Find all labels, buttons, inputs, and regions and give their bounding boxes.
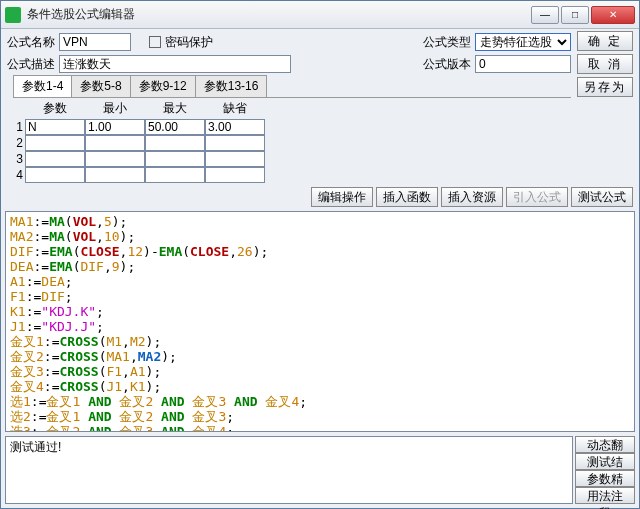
param-def-input[interactable] — [205, 119, 265, 135]
param-def-input[interactable] — [205, 167, 265, 183]
password-checkbox[interactable] — [149, 36, 161, 48]
test-result-button[interactable]: 测试结果 — [575, 453, 635, 470]
maximize-button[interactable]: □ — [561, 6, 589, 24]
param-max-input[interactable] — [145, 167, 205, 183]
param-name-input[interactable] — [25, 119, 85, 135]
label-name: 公式名称 — [7, 34, 55, 51]
param-row: 3 — [13, 151, 265, 167]
minimize-button[interactable]: — — [531, 6, 559, 24]
close-button[interactable]: ✕ — [591, 6, 635, 24]
dyn-translate-button[interactable]: 动态翻译 — [575, 436, 635, 453]
insert-fn-button[interactable]: 插入函数 — [376, 187, 438, 207]
saveas-button[interactable]: 另存为 — [577, 77, 633, 97]
formula-type-select[interactable]: 走势特征选股 — [475, 33, 571, 51]
tab-params-5-8[interactable]: 参数5-8 — [71, 75, 130, 97]
param-max-input[interactable] — [145, 135, 205, 151]
app-icon — [5, 7, 21, 23]
test-formula-button[interactable]: 测试公式 — [571, 187, 633, 207]
import-formula-button[interactable]: 引入公式 — [506, 187, 568, 207]
formula-desc-input[interactable] — [59, 55, 291, 73]
label-desc: 公式描述 — [7, 56, 55, 73]
param-def-input[interactable] — [205, 151, 265, 167]
label-ver: 公式版本 — [423, 56, 471, 73]
param-table: 参数最小最大缺省 1 2 3 4 — [13, 100, 265, 183]
param-name-input[interactable] — [25, 151, 85, 167]
label-pwd: 密码保护 — [165, 34, 213, 51]
param-max-input[interactable] — [145, 119, 205, 135]
tab-params-1-4[interactable]: 参数1-4 — [13, 75, 72, 97]
formula-version-input[interactable] — [475, 55, 571, 73]
editor-window: 条件选股公式编辑器 — □ ✕ 公式名称 密码保护 公式类型 走势特征选股 公式… — [0, 0, 640, 509]
param-wizard-button[interactable]: 参数精灵 — [575, 470, 635, 487]
param-def-input[interactable] — [205, 135, 265, 151]
tab-params-9-12[interactable]: 参数9-12 — [130, 75, 196, 97]
window-title: 条件选股公式编辑器 — [27, 6, 531, 23]
insert-res-button[interactable]: 插入资源 — [441, 187, 503, 207]
tab-params-13-16[interactable]: 参数13-16 — [195, 75, 268, 97]
param-min-input[interactable] — [85, 151, 145, 167]
param-tabs: 参数1-4 参数5-8 参数9-12 参数13-16 — [13, 75, 571, 98]
titlebar: 条件选股公式编辑器 — □ ✕ — [1, 1, 639, 29]
message-box: 测试通过! — [5, 436, 573, 504]
param-name-input[interactable] — [25, 135, 85, 151]
label-type: 公式类型 — [423, 34, 471, 51]
code-editor[interactable]: MA1:=MA(VOL,5); MA2:=MA(VOL,10); DIF:=EM… — [5, 211, 635, 432]
edit-op-button[interactable]: 编辑操作 — [311, 187, 373, 207]
ok-button[interactable]: 确 定 — [577, 31, 633, 51]
param-min-input[interactable] — [85, 167, 145, 183]
param-row: 1 — [13, 119, 265, 135]
param-max-input[interactable] — [145, 151, 205, 167]
param-min-input[interactable] — [85, 119, 145, 135]
cancel-button[interactable]: 取 消 — [577, 54, 633, 74]
param-row: 2 — [13, 135, 265, 151]
usage-note-button[interactable]: 用法注释 — [575, 487, 635, 504]
param-row: 4 — [13, 167, 265, 183]
param-min-input[interactable] — [85, 135, 145, 151]
formula-name-input[interactable] — [59, 33, 131, 51]
param-name-input[interactable] — [25, 167, 85, 183]
